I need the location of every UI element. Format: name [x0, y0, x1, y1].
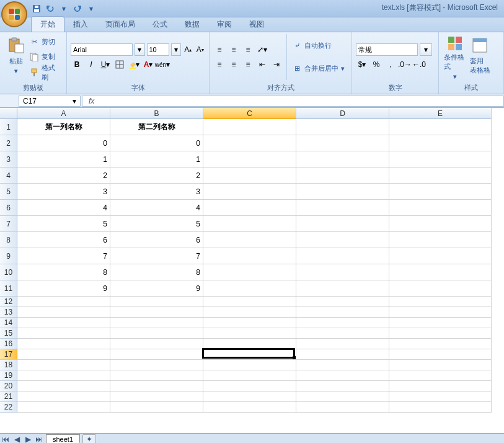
fx-icon[interactable]: fx: [89, 97, 94, 105]
cell-E11[interactable]: [389, 280, 492, 297]
cell-C2[interactable]: [203, 135, 296, 151]
col-header-B[interactable]: B: [110, 108, 203, 119]
increase-indent-button[interactable]: ⇥: [270, 58, 283, 71]
cell-D16[interactable]: [296, 339, 389, 349]
cell-C19[interactable]: [203, 370, 296, 381]
percent-button[interactable]: %: [370, 58, 382, 71]
cell-A14[interactable]: [17, 318, 110, 328]
new-sheet-button[interactable]: ✦: [82, 434, 96, 444]
col-header-C[interactable]: C: [203, 108, 296, 119]
cell-D3[interactable]: [296, 151, 389, 168]
align-left-button[interactable]: ≡: [213, 58, 226, 71]
cell-grid[interactable]: 第一列名称第二列名称00112233445566778899: [17, 119, 504, 413]
row-header-5[interactable]: 5: [0, 184, 17, 200]
formula-input[interactable]: [98, 97, 501, 105]
cell-C13[interactable]: [203, 307, 296, 318]
col-header-E[interactable]: E: [389, 108, 492, 119]
cell-E12[interactable]: [389, 297, 492, 307]
chevron-down-icon[interactable]: ▾: [58, 3, 69, 14]
tab-视图[interactable]: 视图: [241, 17, 273, 32]
cell-B12[interactable]: [110, 297, 203, 307]
cell-C17[interactable]: [203, 349, 296, 360]
row-header-22[interactable]: 22: [0, 402, 17, 413]
cell-A17[interactable]: [17, 349, 110, 360]
cell-D2[interactable]: [296, 135, 389, 151]
cell-C16[interactable]: [203, 339, 296, 349]
cell-B4[interactable]: 2: [110, 168, 203, 184]
grow-font-button[interactable]: A▴: [183, 43, 193, 56]
row-header-15[interactable]: 15: [0, 328, 17, 339]
cell-A21[interactable]: [17, 392, 110, 402]
row-header-8[interactable]: 8: [0, 232, 17, 248]
cell-E19[interactable]: [389, 370, 492, 381]
row-header-2[interactable]: 2: [0, 135, 17, 151]
increase-decimal-button[interactable]: .0→: [399, 58, 411, 71]
cell-E7[interactable]: [389, 216, 492, 232]
underline-button[interactable]: U▾: [99, 58, 112, 71]
cell-B15[interactable]: [110, 328, 203, 339]
cell-A10[interactable]: 8: [17, 264, 110, 280]
orientation-button[interactable]: ⤢▾: [256, 43, 268, 56]
cut-button[interactable]: ✂剪切: [28, 35, 63, 48]
cell-A6[interactable]: 4: [17, 200, 110, 216]
cell-A4[interactable]: 2: [17, 168, 110, 184]
prev-sheet-button[interactable]: ◀: [11, 434, 22, 444]
cell-D4[interactable]: [296, 168, 389, 184]
cell-E3[interactable]: [389, 151, 492, 168]
row-header-14[interactable]: 14: [0, 318, 17, 328]
cell-E6[interactable]: [389, 200, 492, 216]
select-all-corner[interactable]: [0, 108, 17, 119]
cell-C22[interactable]: [203, 402, 296, 413]
row-header-10[interactable]: 10: [0, 264, 17, 280]
cell-B9[interactable]: 7: [110, 248, 203, 264]
row-header-7[interactable]: 7: [0, 216, 17, 232]
cell-D20[interactable]: [296, 381, 389, 392]
copy-button[interactable]: 复制: [28, 51, 63, 63]
font-name-select[interactable]: [71, 43, 133, 56]
cell-E8[interactable]: [389, 232, 492, 248]
font-color-button[interactable]: A▾: [142, 58, 154, 71]
cell-E10[interactable]: [389, 264, 492, 280]
tab-插入[interactable]: 插入: [64, 17, 97, 32]
chevron-down-icon[interactable]: ▾: [86, 3, 97, 14]
font-size-select[interactable]: [147, 43, 169, 56]
undo-icon[interactable]: [45, 3, 56, 14]
cell-C11[interactable]: [203, 280, 296, 297]
cell-D18[interactable]: [296, 360, 389, 370]
align-right-button[interactable]: ≡: [242, 58, 254, 71]
cell-D12[interactable]: [296, 297, 389, 307]
cell-D8[interactable]: [296, 232, 389, 248]
row-header-16[interactable]: 16: [0, 339, 17, 349]
cell-B22[interactable]: [110, 402, 203, 413]
cell-D11[interactable]: [296, 280, 389, 297]
cell-E1[interactable]: [389, 119, 492, 135]
cell-E13[interactable]: [389, 307, 492, 318]
tab-审阅[interactable]: 审阅: [208, 17, 241, 32]
align-center-button[interactable]: ≡: [228, 58, 240, 71]
cell-B7[interactable]: 5: [110, 216, 203, 232]
cell-D1[interactable]: [296, 119, 389, 135]
cell-A5[interactable]: 3: [17, 184, 110, 200]
italic-button[interactable]: I: [85, 58, 97, 71]
cell-B5[interactable]: 3: [110, 184, 203, 200]
cell-B1[interactable]: 第二列名称: [110, 119, 203, 135]
redo-icon[interactable]: [72, 3, 83, 14]
decrease-decimal-button[interactable]: ←.0: [413, 58, 425, 71]
tab-页面布局[interactable]: 页面布局: [97, 17, 144, 32]
cell-E2[interactable]: [389, 135, 492, 151]
cell-B10[interactable]: 8: [110, 264, 203, 280]
cell-B21[interactable]: [110, 392, 203, 402]
cell-C1[interactable]: [203, 119, 296, 135]
cell-C7[interactable]: [203, 216, 296, 232]
col-header-D[interactable]: D: [296, 108, 389, 119]
cell-B20[interactable]: [110, 381, 203, 392]
wrap-text-button[interactable]: ⤶自动换行: [291, 40, 346, 52]
chevron-down-icon[interactable]: ▾: [73, 97, 76, 105]
format-painter-button[interactable]: 格式刷: [28, 66, 63, 79]
cell-D13[interactable]: [296, 307, 389, 318]
cell-B8[interactable]: 6: [110, 232, 203, 248]
shrink-font-button[interactable]: A▾: [195, 43, 206, 56]
worksheet[interactable]: ABCDE 1234567891011121314151617181920212…: [0, 108, 504, 433]
row-header-20[interactable]: 20: [0, 381, 17, 392]
cell-C20[interactable]: [203, 381, 296, 392]
